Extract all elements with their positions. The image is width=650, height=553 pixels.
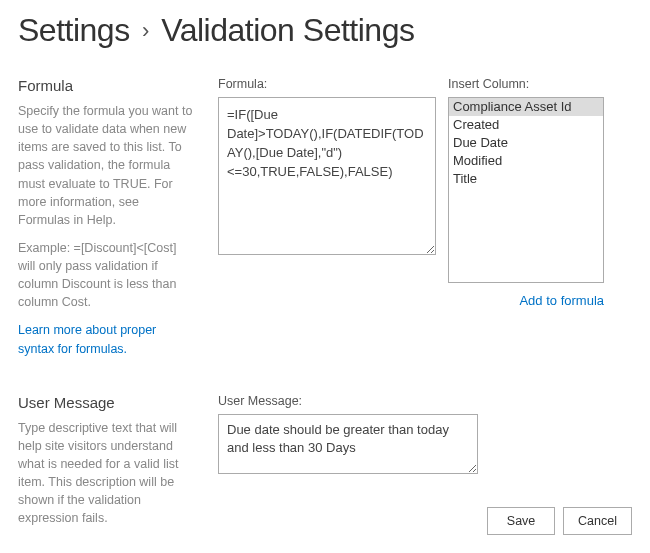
insert-column-label: Insert Column: — [448, 77, 529, 91]
save-button[interactable]: Save — [487, 507, 555, 535]
column-option[interactable]: Modified — [449, 152, 603, 170]
section-formula: Formula Specify the formula you want to … — [18, 77, 632, 358]
column-option[interactable]: Compliance Asset Id — [449, 98, 603, 116]
formula-help-link[interactable]: Learn more about proper syntax for formu… — [18, 323, 156, 355]
formula-input-label: Formula: — [218, 77, 436, 91]
insert-column-listbox[interactable]: Compliance Asset IdCreatedDue DateModifi… — [448, 97, 604, 283]
formula-desc-1: Specify the formula you want to use to v… — [18, 102, 194, 229]
action-buttons: Save Cancel — [487, 507, 632, 535]
chevron-right-icon: › — [142, 18, 149, 43]
add-to-formula-link[interactable]: Add to formula — [519, 293, 604, 308]
formula-input[interactable] — [218, 97, 436, 255]
usermsg-heading: User Message — [18, 394, 194, 411]
page-header: Settings › Validation Settings — [18, 12, 632, 49]
column-option[interactable]: Due Date — [449, 134, 603, 152]
usermsg-input[interactable] — [218, 414, 478, 474]
usermsg-desc: Type descriptive text that will help sit… — [18, 419, 194, 528]
cancel-button[interactable]: Cancel — [563, 507, 632, 535]
column-option[interactable]: Created — [449, 116, 603, 134]
column-option[interactable]: Title — [449, 170, 603, 188]
breadcrumb-root[interactable]: Settings — [18, 12, 130, 48]
formula-heading: Formula — [18, 77, 194, 94]
formula-desc-2: Example: =[Discount]<[Cost] will only pa… — [18, 239, 194, 312]
breadcrumb-current: Validation Settings — [161, 12, 414, 48]
usermsg-input-label: User Message: — [218, 394, 632, 408]
